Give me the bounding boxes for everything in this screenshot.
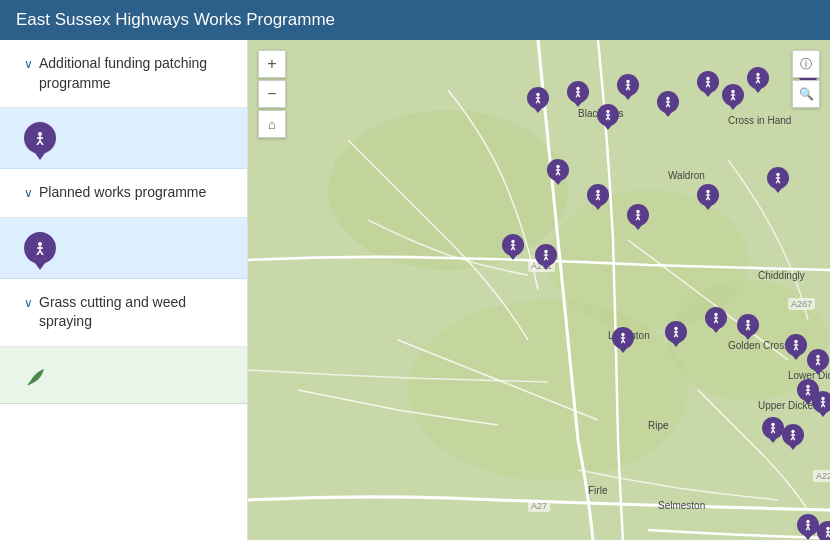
svg-line-79 — [733, 97, 735, 100]
map-pin[interactable] — [817, 521, 830, 540]
sidebar: ∨ Additional funding patching programme … — [0, 40, 248, 540]
map-pin[interactable] — [807, 349, 829, 371]
map-pin[interactable] — [697, 71, 719, 93]
svg-point-195 — [806, 520, 809, 523]
svg-line-149 — [808, 392, 810, 395]
svg-point-145 — [806, 385, 809, 388]
sidebar-item-grass-cutting[interactable]: ∨ Grass cutting and weed spraying — [0, 279, 247, 347]
svg-line-99 — [708, 197, 710, 200]
svg-line-64 — [578, 94, 580, 97]
svg-point-105 — [511, 240, 514, 243]
svg-line-29 — [758, 80, 760, 83]
map-pin[interactable] — [567, 81, 589, 103]
svg-line-104 — [778, 180, 780, 183]
road-label: A22 — [813, 470, 830, 482]
svg-point-90 — [636, 210, 639, 213]
svg-line-69 — [608, 117, 610, 120]
map-pin[interactable] — [547, 159, 569, 181]
svg-point-70 — [666, 97, 669, 100]
svg-point-125 — [714, 313, 717, 316]
info-button[interactable]: ⓘ — [792, 50, 820, 78]
svg-line-89 — [598, 197, 600, 200]
svg-point-175 — [771, 423, 774, 426]
svg-line-119 — [623, 340, 625, 343]
svg-line-129 — [716, 320, 718, 323]
svg-line-4 — [40, 141, 43, 145]
svg-line-184 — [793, 437, 795, 440]
svg-point-20 — [706, 77, 709, 80]
svg-point-13 — [408, 300, 688, 480]
zoom-out-button[interactable]: − — [258, 80, 286, 108]
map-pin[interactable] — [812, 391, 830, 413]
svg-line-109 — [513, 247, 515, 250]
svg-point-130 — [746, 320, 749, 323]
svg-line-154 — [823, 404, 825, 407]
sidebar-item-additional-funding[interactable]: ∨ Additional funding patching programme — [0, 40, 247, 108]
app-header: East Sussex Highways Works Programme — [0, 0, 830, 40]
map-pin[interactable] — [785, 334, 807, 356]
sidebar-label-grass-cutting: Grass cutting and weed spraying — [39, 293, 231, 332]
svg-line-59 — [538, 100, 540, 103]
sidebar-label-additional-funding: Additional funding patching programme — [39, 54, 231, 93]
map-pin[interactable] — [597, 104, 619, 126]
svg-line-84 — [558, 172, 560, 175]
svg-line-94 — [638, 217, 640, 220]
map-pin[interactable] — [705, 307, 727, 329]
main-layout: ∨ Additional funding patching programme … — [0, 40, 830, 540]
svg-line-19 — [628, 87, 630, 90]
svg-line-139 — [796, 347, 798, 350]
map-pin[interactable] — [627, 204, 649, 226]
svg-point-150 — [821, 397, 824, 400]
leaf-icon — [24, 361, 52, 389]
search-button[interactable]: 🔍 — [792, 80, 820, 108]
map-pin[interactable] — [657, 91, 679, 113]
svg-point-25 — [756, 73, 759, 76]
worker-icon-1 — [24, 122, 56, 154]
map-pin[interactable] — [502, 234, 524, 256]
svg-point-110 — [544, 250, 547, 253]
sidebar-label-planned-works: Planned works programme — [39, 183, 206, 203]
map-pin[interactable] — [612, 327, 634, 349]
svg-point-55 — [536, 93, 539, 96]
svg-point-120 — [674, 327, 677, 330]
map-svg — [248, 40, 830, 540]
svg-point-95 — [706, 190, 709, 193]
chevron-icon: ∨ — [24, 57, 33, 71]
map-pin[interactable] — [535, 244, 557, 266]
zoom-in-button[interactable]: + — [258, 50, 286, 78]
svg-point-5 — [38, 242, 42, 246]
map-pin[interactable] — [747, 67, 769, 89]
map-pin[interactable] — [722, 84, 744, 106]
road-label: A27 — [528, 500, 550, 512]
road-label: A267 — [788, 298, 815, 310]
map-pin[interactable] — [617, 74, 639, 96]
map-pin[interactable] — [527, 87, 549, 109]
svg-point-75 — [731, 90, 734, 93]
home-button[interactable]: ⌂ — [258, 110, 286, 138]
svg-point-80 — [556, 165, 559, 168]
svg-point-100 — [776, 173, 779, 176]
chevron-icon-2: ∨ — [24, 186, 33, 200]
map-pin[interactable] — [587, 184, 609, 206]
map-pin[interactable] — [797, 514, 819, 536]
map-pin[interactable] — [762, 417, 784, 439]
map-pin[interactable] — [665, 321, 687, 343]
map-container[interactable]: + − ⌂ ⓘ 🔍 Broad OakBlackboysCross in Han… — [248, 40, 830, 540]
svg-line-199 — [808, 527, 810, 530]
svg-line-114 — [546, 257, 548, 260]
svg-line-204 — [828, 534, 830, 537]
svg-point-65 — [606, 110, 609, 113]
map-pin[interactable] — [697, 184, 719, 206]
svg-line-74 — [668, 104, 670, 107]
svg-point-0 — [38, 132, 42, 136]
map-controls-right: ⓘ 🔍 — [792, 50, 820, 108]
map-pin[interactable] — [767, 167, 789, 189]
app-title: East Sussex Highways Works Programme — [16, 10, 335, 29]
map-background: + − ⌂ ⓘ 🔍 Broad OakBlackboysCross in Han… — [248, 40, 830, 540]
svg-line-124 — [676, 334, 678, 337]
map-pin[interactable] — [737, 314, 759, 336]
sidebar-item-planned-works[interactable]: ∨ Planned works programme — [0, 169, 247, 218]
svg-line-24 — [708, 84, 710, 87]
svg-line-9 — [40, 251, 43, 255]
map-pin[interactable] — [782, 424, 804, 446]
